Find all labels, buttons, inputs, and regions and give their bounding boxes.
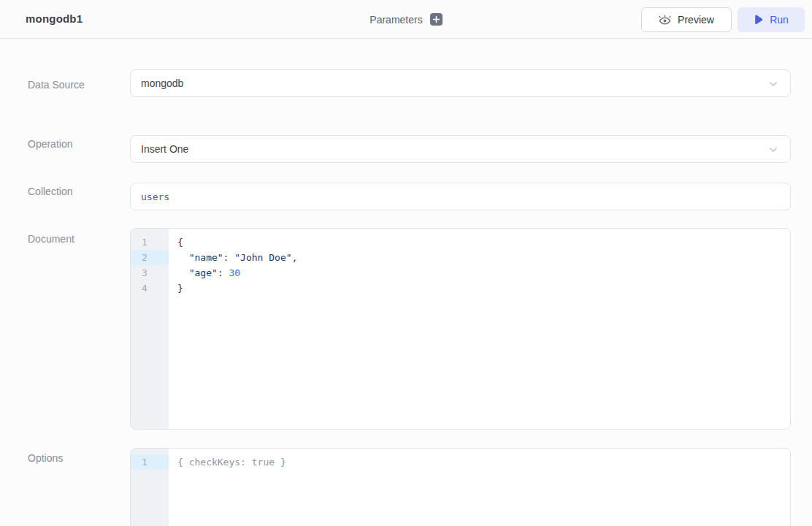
run-button[interactable]: Run (738, 7, 805, 32)
code-line[interactable]: "age": 30 (177, 265, 790, 281)
line-number: 2 (131, 250, 169, 265)
operation-value: Insert One (141, 143, 188, 155)
line-number: 4 (131, 281, 169, 296)
data-source-value: mongodb (141, 77, 183, 89)
code-token-code: } (177, 283, 183, 294)
eye-icon (659, 15, 671, 26)
code-line[interactable]: "name": "John Doe", (177, 250, 790, 265)
collection-value: users (141, 191, 169, 202)
options-code-area[interactable]: { checkKeys: true } (169, 449, 790, 526)
document-code-area[interactable]: { "name": "John Doe", "age": 30} (169, 229, 790, 429)
query-editor-page: mongodb1 Parameters Preview (0, 0, 812, 526)
document-label: Document (28, 233, 74, 245)
code-line[interactable]: { checkKeys: true } (177, 454, 790, 470)
add-parameter-button[interactable] (430, 13, 443, 26)
parameters-label: Parameters (369, 14, 422, 26)
line-number: 1 (131, 235, 169, 250)
operation-label: Operation (28, 138, 72, 150)
chevron-down-icon (768, 79, 778, 91)
data-source-label: Data Source (28, 79, 85, 91)
code-token-code: { (177, 237, 183, 248)
preview-button-label: Preview (678, 14, 714, 26)
chevron-down-icon (768, 145, 778, 157)
header: mongodb1 Parameters Preview (0, 0, 812, 39)
document-editor[interactable]: 1234 { "name": "John Doe", "age": 30} (130, 228, 791, 430)
code-line[interactable]: { (177, 235, 790, 250)
query-title[interactable]: mongodb1 (26, 12, 83, 25)
data-source-dropdown[interactable]: mongodb (130, 69, 791, 97)
code-token-code: "age": (177, 267, 229, 278)
preview-button[interactable]: Preview (641, 7, 732, 32)
options-gutter: 1 (131, 449, 169, 526)
line-number: 1 (131, 454, 169, 470)
run-button-label: Run (770, 14, 789, 26)
options-editor[interactable]: 1 { checkKeys: true } (130, 448, 791, 526)
document-gutter: 1234 (131, 229, 169, 429)
line-number: 3 (131, 265, 169, 281)
code-token-placeholder: { checkKeys: true } (177, 457, 286, 468)
code-token-number: 30 (229, 267, 240, 278)
plus-icon (433, 16, 440, 23)
header-actions: Preview Run (641, 7, 805, 32)
collection-label: Collection (28, 186, 72, 197)
options-label: Options (28, 452, 63, 464)
play-icon (754, 15, 763, 25)
code-token-code: "name": "John Doe", (177, 252, 297, 263)
collection-input[interactable]: users (130, 183, 791, 210)
code-line[interactable]: } (177, 281, 790, 296)
operation-dropdown[interactable]: Insert One (130, 135, 791, 163)
